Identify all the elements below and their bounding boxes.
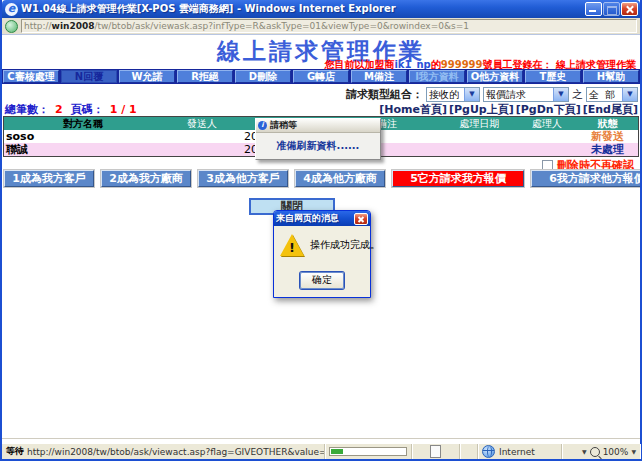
toolbar-transfer-button[interactable]: G轉店 — [293, 70, 349, 83]
pagination-end-link[interactable]: [End尾頁] — [583, 102, 638, 117]
status-bar: 等待http://win2008/tw/btob/ask/viewact.asp… — [2, 438, 640, 459]
total-count-label: 總筆數： — [5, 102, 49, 117]
toolbar-reply-button: N回覆 — [61, 70, 117, 83]
progress-fill — [331, 449, 343, 454]
maximize-button[interactable] — [603, 2, 620, 16]
chevron-down-icon[interactable]: ▼ — [631, 448, 636, 455]
become-their-customer-button[interactable]: 3成為他方客戶 — [198, 170, 288, 187]
info-icon: i — [258, 121, 267, 130]
status-url: http://win2008/tw/btob/ask/viewact.asp?f… — [27, 447, 325, 457]
progress-bar — [329, 447, 407, 456]
status-text: 等待http://win2008/tw/btob/ask/viewact.asp… — [2, 444, 325, 459]
request-type-filter: 請求類型組合： 接收的 ▼ 報價請求 ▼ 之 全部 ▼ — [346, 86, 638, 103]
action-toolbar: C審核處理 N回覆 W允諾 R拒絕 D刪除 G轉店 M備注 I我方資料 O他方資… — [2, 69, 640, 84]
request-type-select[interactable]: 報價請求 ▼ — [483, 87, 569, 102]
statusbar-main: 等待http://win2008/tw/btob/ask/viewact.asp… — [2, 443, 640, 459]
pagination-pgdn-link[interactable]: [PgDn下頁] — [516, 102, 581, 117]
page-globe-icon — [5, 20, 18, 33]
wait-popup-title: 請稍等 — [270, 119, 297, 132]
summary-row: 總筆數： 2 頁碼： 1 / 1 [Home首頁] [PgUp上頁] [PgDn… — [5, 103, 638, 115]
col-header-done-date: 處理日期 — [442, 117, 517, 131]
filter-label: 請求類型組合： — [346, 87, 423, 102]
total-count-value: 2 — [55, 103, 63, 116]
scope-select[interactable]: 全部 ▼ — [586, 87, 638, 102]
chevron-down-icon[interactable]: ▼ — [622, 88, 637, 101]
col-header-partner: 對方名稱 — [4, 117, 162, 131]
warning-exclamation: ! — [280, 240, 304, 255]
page-number-value: 1 / 1 — [110, 103, 137, 116]
window-title: W1.04線上請求管理作業[X-POS 雲端商務網] - Windows Int… — [21, 2, 584, 16]
page-number-label: 頁碼： — [71, 102, 104, 117]
page-content: 線上請求管理作業 您目前以加盟商ik1_np的999999號員工登錄在： 線上請… — [2, 35, 640, 438]
scope-value: 全部 — [587, 88, 622, 102]
dialog-titlebar[interactable]: 来自网页的消息 — [274, 211, 370, 226]
status-wait-label: 等待 — [6, 445, 24, 458]
ok-button[interactable]: 确定 — [300, 272, 344, 289]
filter-conjunction: 之 — [572, 87, 583, 102]
toolbar-help-button[interactable]: H幫助 — [583, 70, 639, 83]
toolbar-accept-button[interactable]: W允諾 — [119, 70, 175, 83]
wait-popup-message: 准備刷新資料...... — [256, 133, 380, 159]
statusbar-spacer — [460, 444, 478, 459]
become-our-customer-button[interactable]: 1成為我方客戶 — [4, 170, 94, 187]
col-header-sender: 發送人 — [162, 117, 242, 131]
chevron-down-icon[interactable]: ▼ — [582, 448, 587, 455]
address-bar: http://win2008/tw/btob/ask/viewask.asp?i… — [2, 18, 640, 35]
address-path: /tw/btob/ask/viewask.asp?infType=R&askTy… — [94, 21, 468, 31]
title-bar[interactable]: e W1.04線上請求管理作業[X-POS 雲端商務網] - Windows I… — [2, 0, 640, 18]
toolbar-audit-button[interactable]: C審核處理 — [3, 70, 59, 83]
status-badge: 未處理 — [577, 142, 638, 157]
close-window-button[interactable] — [621, 2, 638, 16]
progress-cell — [325, 444, 412, 459]
zoom-level-value: 100% — [603, 447, 629, 457]
cell-partner: 聯誠 — [4, 142, 162, 157]
pagination-pgup-link[interactable]: [PgUp上頁] — [449, 102, 514, 117]
wait-popup-titlebar: i 請稍等 — [256, 119, 380, 133]
chevron-down-icon[interactable]: ▼ — [553, 88, 568, 101]
toolbar-delete-button[interactable]: D刪除 — [235, 70, 291, 83]
zoom-control[interactable]: ▼ 100% ▼ — [562, 444, 640, 459]
toolbar-our-data-button: I我方資料 — [409, 70, 465, 83]
become-their-vendor-button[interactable]: 4成為他方廠商 — [295, 170, 385, 187]
toolbar-history-button[interactable]: T歷史 — [525, 70, 581, 83]
direction-select[interactable]: 接收的 ▼ — [426, 87, 480, 102]
internet-globe-icon — [482, 445, 495, 458]
message-dialog: 来自网页的消息 ! 操作成功完成。 确定 — [273, 210, 371, 298]
ie-logo-icon: e — [5, 3, 18, 16]
relationship-actions: 1成為我方客戶 2成為我方廠商 3成為他方客戶 4成為他方廠商 5它方請求我方報… — [4, 170, 638, 187]
warning-icon: ! — [280, 234, 304, 256]
magnifier-icon — [590, 447, 600, 457]
toolbar-reject-button[interactable]: R拒絕 — [177, 70, 233, 83]
pagination-home-link[interactable]: [Home首頁] — [379, 102, 447, 117]
browser-window: e W1.04線上請求管理作業[X-POS 雲端商務網] - Windows I… — [0, 0, 642, 461]
we-request-their-quote-button[interactable]: 6我方請求他方報價 — [531, 170, 640, 187]
they-request-our-quote-button[interactable]: 5它方請求我方報價 — [392, 170, 524, 187]
toolbar-other-data-button[interactable]: O他方資料 — [467, 70, 523, 83]
become-our-vendor-button[interactable]: 2成為我方廠商 — [101, 170, 191, 187]
pagination: [Home首頁] [PgUp上頁] [PgDn下頁] [End尾頁] — [379, 102, 638, 117]
address-host: win2008 — [52, 21, 95, 31]
document-icon — [430, 445, 441, 458]
internet-zone-label: Internet — [499, 447, 535, 457]
internet-zone: Internet — [478, 444, 562, 459]
dialog-message: 操作成功完成。 — [310, 238, 380, 252]
document-cell — [412, 444, 460, 459]
address-protocol: http:// — [24, 21, 52, 31]
request-type-value: 報價請求 — [484, 88, 553, 102]
direction-value: 接收的 — [427, 88, 464, 102]
address-input[interactable]: http://win2008/tw/btob/ask/viewask.asp?i… — [21, 19, 637, 33]
minimize-button[interactable] — [585, 2, 602, 16]
dialog-close-icon[interactable] — [354, 213, 368, 225]
dialog-body: ! 操作成功完成。 — [274, 226, 370, 262]
chevron-down-icon[interactable]: ▼ — [464, 88, 479, 101]
col-header-handler: 處理人 — [517, 117, 577, 131]
dialog-title: 来自网页的消息 — [276, 212, 354, 225]
toolbar-note-button[interactable]: M備注 — [351, 70, 407, 83]
wait-popup: i 請稍等 准備刷新資料...... — [255, 118, 381, 160]
dialog-footer: 确定 — [274, 262, 370, 297]
